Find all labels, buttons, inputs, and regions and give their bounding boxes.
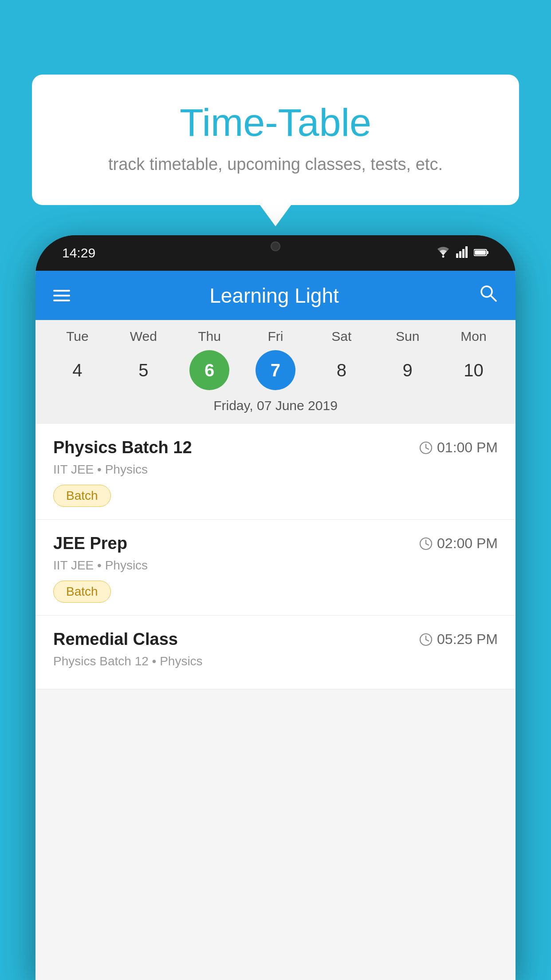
svg-rect-6 [487,251,488,254]
clock-icon [419,633,433,646]
menu-icon[interactable] [53,290,70,301]
day-number-7[interactable]: 7 [256,350,295,390]
search-icon[interactable] [478,283,498,308]
day-number-4[interactable]: 4 [57,350,97,390]
svg-rect-2 [459,251,461,258]
day-header: Fri [256,329,295,344]
svg-point-0 [442,255,445,257]
svg-rect-7 [475,250,486,255]
class-time: 01:00 PM [419,439,498,456]
svg-rect-4 [465,246,468,258]
day-header: Mon [453,329,493,344]
day-header: Sun [388,329,428,344]
day-header: Wed [123,329,163,344]
class-meta: Physics Batch 12 • Physics [53,654,498,668]
speech-bubble-subtitle: track timetable, upcoming classes, tests… [54,155,497,174]
class-name: Physics Batch 12 [53,438,192,457]
svg-rect-3 [462,249,464,258]
phone-frame: 14:29 [35,235,516,980]
wifi-icon [436,245,451,261]
selected-date: Friday, 07 June 2019 [35,390,516,419]
battery-icon [474,246,489,260]
day-number-10[interactable]: 10 [453,350,493,390]
class-meta: IIT JEE • Physics [53,462,498,477]
day-number-9[interactable]: 9 [388,350,428,390]
day-number-5[interactable]: 5 [123,350,163,390]
day-header: Tue [57,329,97,344]
class-meta: IIT JEE • Physics [53,558,498,573]
app-header: Learning Light [35,271,516,320]
class-name: Remedial Class [53,630,178,649]
day-header: Sat [322,329,362,344]
day-headers: TueWedThuFriSatSunMon [35,329,516,344]
class-item[interactable]: Physics Batch 12 01:00 PM IIT JEE • Phys… [35,424,516,520]
day-numbers: 45678910 [35,350,516,390]
svg-line-12 [426,448,429,449]
status-bar: 14:29 [35,235,516,271]
class-time: 02:00 PM [419,535,498,552]
app-screen: Learning Light TueWedThuFriSatSunMon 456… [35,271,516,980]
phone-notch [240,235,311,257]
class-item-header: Remedial Class 05:25 PM [53,630,498,649]
camera-sensor [271,241,280,251]
speech-bubble-title: Time-Table [54,101,497,144]
class-item[interactable]: JEE Prep 02:00 PM IIT JEE • Physics Batc… [35,520,516,616]
class-item[interactable]: Remedial Class 05:25 PM Physics Batch 12… [35,616,516,689]
calendar-section: TueWedThuFriSatSunMon 45678910 Friday, 0… [35,320,516,424]
svg-line-15 [426,544,429,545]
day-number-8[interactable]: 8 [322,350,362,390]
class-name: JEE Prep [53,534,127,553]
svg-line-18 [426,640,429,641]
batch-tag: Batch [53,485,111,507]
speech-bubble: Time-Table track timetable, upcoming cla… [32,75,519,205]
class-item-header: JEE Prep 02:00 PM [53,534,498,553]
class-time: 05:25 PM [419,631,498,648]
app-title: Learning Light [209,284,339,308]
status-time: 14:29 [62,245,95,261]
svg-line-9 [491,296,496,301]
svg-rect-1 [456,253,458,258]
class-item-header: Physics Batch 12 01:00 PM [53,438,498,457]
signal-icon [456,245,468,261]
day-number-6[interactable]: 6 [189,350,229,390]
clock-icon [419,441,433,454]
status-icons [436,245,489,261]
day-header: Thu [189,329,229,344]
clock-icon [419,537,433,550]
batch-tag: Batch [53,581,111,603]
class-list: Physics Batch 12 01:00 PM IIT JEE • Phys… [35,424,516,689]
